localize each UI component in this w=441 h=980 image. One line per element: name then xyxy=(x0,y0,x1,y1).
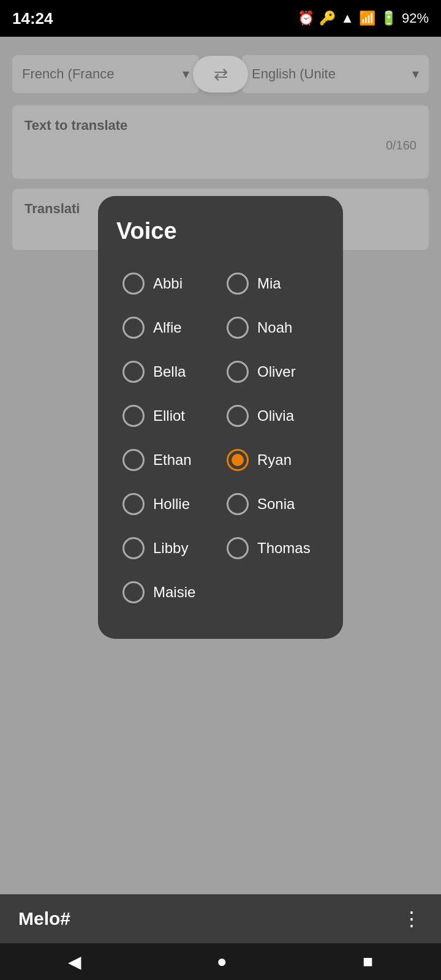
signal-icon: 📶 xyxy=(359,10,375,26)
app-bar-title: Melo# xyxy=(18,908,70,929)
status-icons: ⏰ 🔑 ▲ 📶 🔋 92% xyxy=(298,10,429,26)
voice-label-ryan: Ryan xyxy=(257,451,292,469)
voice-label-noah: Noah xyxy=(257,319,292,336)
voice-option-oliver[interactable]: Oliver xyxy=(221,350,325,394)
voice-label-libby: Libby xyxy=(153,540,188,557)
status-bar: 14:24 ⏰ 🔑 ▲ 📶 🔋 92% xyxy=(0,0,441,37)
voice-label-sonia: Sonia xyxy=(257,496,295,513)
voice-label-mia: Mia xyxy=(257,275,281,292)
voice-option-olivia[interactable]: Olivia xyxy=(221,394,325,438)
dialog-title: Voice xyxy=(116,218,325,244)
radio-sonia xyxy=(227,493,249,515)
voice-label-hollie: Hollie xyxy=(153,496,190,513)
radio-ethan xyxy=(123,449,145,471)
battery-icon: 🔋 xyxy=(380,10,397,26)
voice-option-maisie[interactable]: Maisie xyxy=(116,570,325,614)
home-button[interactable]: ● xyxy=(217,952,227,971)
voice-option-ryan[interactable]: Ryan xyxy=(221,438,325,482)
voice-option-ethan[interactable]: Ethan xyxy=(116,438,221,482)
radio-ryan xyxy=(227,449,249,471)
radio-elliot xyxy=(123,405,145,427)
voice-label-thomas: Thomas xyxy=(257,540,311,557)
voice-label-olivia: Olivia xyxy=(257,407,294,424)
radio-oliver xyxy=(227,361,249,383)
voice-grid: Abbi Mia Alfie Noah Bella xyxy=(116,262,325,570)
app-bar: Melo# ⋮ xyxy=(0,894,441,943)
key-icon: 🔑 xyxy=(319,10,336,26)
voice-option-elliot[interactable]: Elliot xyxy=(116,394,221,438)
back-button[interactable]: ◀ xyxy=(68,952,81,972)
wifi-icon: ▲ xyxy=(341,10,354,26)
voice-label-oliver: Oliver xyxy=(257,363,296,380)
more-options-button[interactable]: ⋮ xyxy=(402,907,423,930)
nav-bar: ◀ ● ■ xyxy=(0,943,441,980)
radio-hollie xyxy=(123,493,145,515)
voice-label-abbi: Abbi xyxy=(153,275,183,292)
voice-option-thomas[interactable]: Thomas xyxy=(221,526,325,570)
radio-bella xyxy=(123,361,145,383)
radio-inner-ryan xyxy=(232,454,244,466)
status-time: 14:24 xyxy=(12,9,53,28)
battery-text: 92% xyxy=(402,10,429,26)
radio-libby xyxy=(123,537,145,559)
voice-dialog: Voice Abbi Mia Alfie Noah xyxy=(98,196,343,639)
voice-option-noah[interactable]: Noah xyxy=(221,306,325,350)
voice-option-hollie[interactable]: Hollie xyxy=(116,482,221,526)
radio-maisie xyxy=(123,581,145,603)
voice-option-mia[interactable]: Mia xyxy=(221,262,325,306)
voice-option-libby[interactable]: Libby xyxy=(116,526,221,570)
voice-label-bella: Bella xyxy=(153,363,186,380)
radio-olivia xyxy=(227,405,249,427)
voice-label-alfie: Alfie xyxy=(153,319,182,336)
voice-option-sonia[interactable]: Sonia xyxy=(221,482,325,526)
voice-label-maisie: Maisie xyxy=(153,584,195,601)
voice-label-ethan: Ethan xyxy=(153,451,192,469)
radio-thomas xyxy=(227,537,249,559)
radio-abbi xyxy=(123,273,145,295)
radio-alfie xyxy=(123,317,145,339)
radio-mia xyxy=(227,273,249,295)
recents-button[interactable]: ■ xyxy=(363,952,373,971)
main-content: French (France ▾ ⇄ English (Unite ▾ Text… xyxy=(0,37,441,894)
voice-option-abbi[interactable]: Abbi xyxy=(116,262,221,306)
radio-noah xyxy=(227,317,249,339)
voice-label-elliot: Elliot xyxy=(153,407,185,424)
voice-option-bella[interactable]: Bella xyxy=(116,350,221,394)
alarm-icon: ⏰ xyxy=(298,10,314,26)
voice-option-alfie[interactable]: Alfie xyxy=(116,306,221,350)
